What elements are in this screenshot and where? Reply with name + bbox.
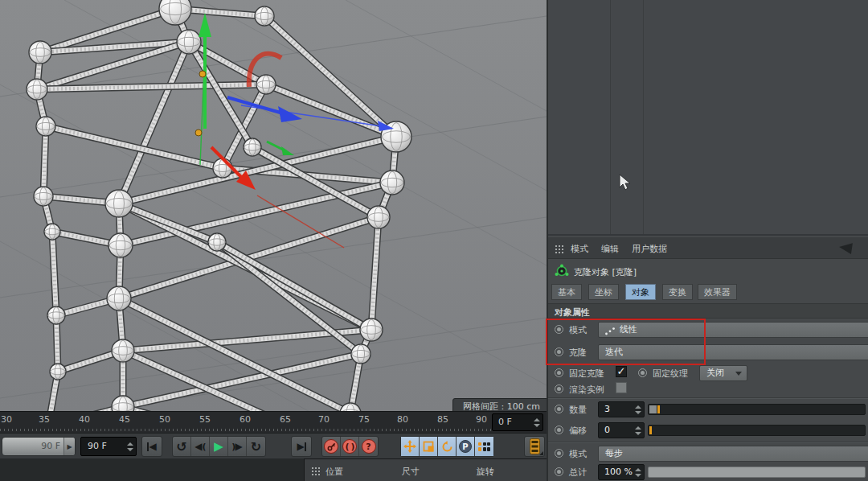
coord-position-label: 位置 [326, 466, 343, 478]
filmstrip-icon [530, 438, 540, 454]
chevron-down-icon [735, 372, 742, 376]
keyframe-dot-icon[interactable] [555, 384, 563, 393]
previous-key-button[interactable]: ◀( [191, 437, 210, 456]
record-position-toggle[interactable] [401, 437, 420, 456]
coordinate-panel: 位置 尺寸 旋转 [304, 458, 547, 481]
section-title: 对象属性 [555, 306, 590, 319]
ruler-tick-label: 30 [1, 414, 12, 425]
gizmo-handle-dot[interactable] [199, 71, 206, 77]
key-icon [327, 442, 336, 451]
gizmo-handle-dot[interactable] [195, 130, 202, 136]
goto-end-button[interactable]: ▶ [291, 436, 312, 457]
ruler-tick-label: 85 [437, 414, 448, 425]
count-slider[interactable] [648, 404, 866, 415]
keyframe-dot-icon[interactable] [555, 449, 563, 458]
keyframe-dot-icon[interactable] [555, 426, 563, 434]
fix-texture-dropdown[interactable]: 关闭 [699, 365, 747, 381]
tab-object[interactable]: 对象 [625, 284, 656, 300]
object-manager-panel[interactable] [548, 0, 868, 236]
render-instance-checkbox[interactable] [616, 382, 627, 393]
step-mode-dropdown[interactable]: 每步 [598, 446, 868, 462]
offset-value: 0 [604, 425, 610, 435]
stepper-icon[interactable] [635, 405, 641, 414]
keyframe-dot-icon[interactable] [555, 368, 563, 377]
menu-mode[interactable]: 模式 [571, 243, 588, 255]
right-panel: 模式 编辑 用户数据 克隆对象 [克隆] 基本 坐标 对象 变换 效果器 [547, 0, 868, 481]
range-slider-handle[interactable]: ▶ [63, 438, 75, 455]
ruler-tick-label: 60 [240, 414, 251, 425]
next-key-button[interactable]: )▶ [228, 437, 247, 456]
slider-handle[interactable] [649, 405, 657, 413]
mouse-cursor-icon [619, 174, 632, 191]
panel-arrow-icon[interactable] [838, 241, 853, 254]
current-frame-field[interactable]: 0 F [492, 413, 543, 431]
record-scale-toggle[interactable] [420, 437, 438, 456]
y-axis-arrow-icon[interactable] [199, 13, 211, 37]
panel-grip-icon[interactable] [555, 245, 565, 253]
tab-effectors[interactable]: 效果器 [698, 284, 737, 300]
param-row-offset: 偏移 0 [548, 421, 868, 441]
param-row-count: 数量 3 [548, 401, 868, 420]
keyframe-dot-icon[interactable] [555, 467, 563, 476]
end-frame-field[interactable]: 90 F [80, 437, 137, 456]
playback-group: ↺ ◀( ▶ )▶ ↻ [172, 436, 266, 457]
section-header: 对象属性 [548, 303, 868, 319]
stepper-icon[interactable] [635, 468, 641, 477]
record-parameter-toggle[interactable]: P [457, 437, 475, 456]
loop-button[interactable]: ↻ [247, 437, 265, 456]
param-label: 固定纹理 [653, 368, 688, 380]
object-title-row: 克隆对象 [克隆] [548, 260, 868, 282]
scale-handle-arrow-icon[interactable] [281, 146, 294, 155]
cloner-object-icon [555, 264, 569, 278]
range-end-value: 90 F [41, 441, 60, 451]
total-input[interactable]: 100 % [598, 464, 645, 480]
current-frame-value: 0 F [498, 417, 512, 427]
ruler-tick-label: 70 [318, 414, 330, 425]
play-backwards-button[interactable]: ↺ [173, 437, 191, 456]
param-row-renderinstance: 渲染实例 [548, 380, 868, 397]
transport-bar: 90 F ▶ 90 F ◀ ↺ ◀( ▶ )▶ ↻ ▶ [0, 433, 547, 458]
timeline-ruler[interactable]: 30 35 40 45 50 55 60 65 70 75 80 85 90 0… [0, 411, 547, 433]
play-button[interactable]: ▶ [210, 437, 228, 456]
record-rotation-toggle[interactable] [438, 437, 457, 456]
offset-input[interactable]: 0 [598, 422, 645, 438]
goto-start-button[interactable]: ◀ [141, 436, 162, 457]
ruler-tick-label: 35 [39, 414, 50, 425]
count-input[interactable]: 3 [598, 401, 645, 417]
stepper-icon[interactable] [127, 442, 133, 451]
tab-coords[interactable]: 坐标 [588, 284, 619, 300]
record-pla-toggle[interactable] [475, 437, 493, 456]
pla-dots-icon [478, 442, 490, 451]
autokey-button[interactable]: ( ) [341, 437, 359, 456]
param-row-fixclone: 固定克隆 ✓ 固定纹理 关闭 [548, 364, 868, 380]
ruler-tick-label: 80 [397, 414, 408, 425]
offset-slider[interactable] [648, 425, 866, 436]
keyframe-selection-button[interactable]: ? [359, 437, 378, 456]
slider-tick [657, 405, 660, 413]
tab-transform[interactable]: 变换 [662, 284, 693, 300]
ruler-ticks [0, 429, 492, 431]
keyframe-dot-icon[interactable] [555, 405, 563, 413]
cinema4d-window: 网格间距 : 100 cm 模式 编辑 用户数据 [0, 0, 868, 481]
stepper-icon[interactable] [534, 418, 540, 427]
stepper-icon[interactable] [635, 426, 641, 435]
viewport-3d[interactable]: 网格间距 : 100 cm [0, 0, 547, 411]
end-frame-value: 90 F [88, 441, 107, 451]
record-keyframe-button[interactable] [322, 437, 341, 456]
tab-basic[interactable]: 基本 [551, 284, 582, 300]
menu-edit[interactable]: 编辑 [601, 243, 619, 255]
timeline-range-slider[interactable]: 90 F ▶ [2, 437, 76, 456]
param-label: 偏移 [569, 425, 587, 437]
scale-icon [423, 441, 434, 452]
fix-texture-value: 关闭 [706, 368, 724, 378]
ruler-tick-label: 65 [280, 414, 291, 425]
keyframe-mode-button[interactable] [524, 436, 545, 457]
panel-grip-icon[interactable] [311, 467, 321, 475]
count-value: 3 [604, 404, 610, 414]
ruler-tick-label: 50 [159, 414, 170, 425]
total-slider[interactable] [648, 467, 866, 478]
fix-clone-checkbox[interactable]: ✓ [616, 366, 627, 377]
menu-userdata[interactable]: 用户数据 [632, 243, 667, 255]
rotate-icon [441, 441, 453, 453]
keyframe-dot-icon[interactable] [638, 368, 647, 377]
